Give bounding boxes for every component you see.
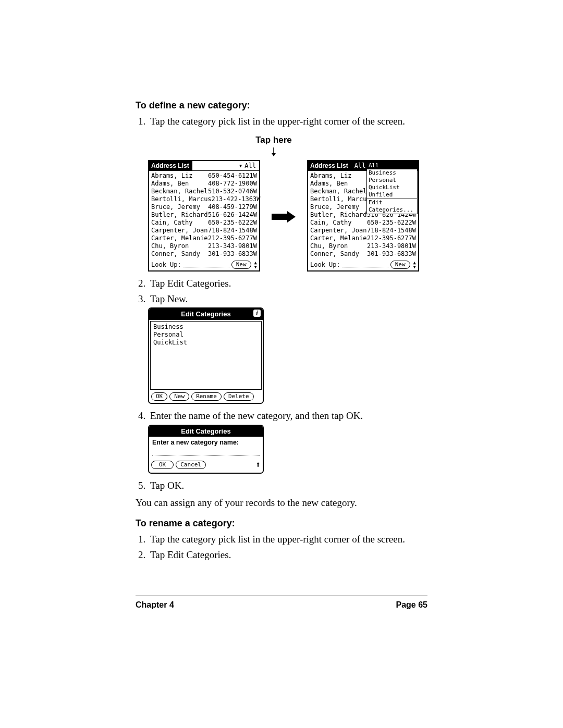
define-step-5: Tap OK. xyxy=(148,479,427,492)
svg-marker-1 xyxy=(272,153,276,156)
list-item: Carter, Melanie212-395-6277W xyxy=(151,235,257,242)
category-menu-item[interactable]: All xyxy=(367,162,417,169)
new-contact-button[interactable]: New xyxy=(231,261,251,269)
lookup-input[interactable] xyxy=(342,262,388,267)
category-picklist[interactable]: ▾ All xyxy=(192,161,259,170)
svg-marker-2 xyxy=(272,211,296,223)
lookup-label: Look Up: xyxy=(151,261,181,269)
info-icon[interactable]: i xyxy=(253,310,261,317)
list-item: Abrams, Liz650-454-6121W xyxy=(151,172,257,180)
delete-button[interactable]: Delete xyxy=(224,392,254,401)
category-item[interactable]: QuickList xyxy=(153,339,259,347)
arrow-down-icon xyxy=(271,147,277,157)
ok-button[interactable]: OK xyxy=(151,461,174,469)
figure-address-list-pair: Address List ▾ All Abrams, Liz650-454-61… xyxy=(136,160,427,272)
list-item: Cain, Cathy650-235-6222W xyxy=(151,219,257,227)
dialog-title: Edit Categories xyxy=(181,310,230,319)
lookup-input[interactable] xyxy=(183,262,229,267)
scroll-arrows-icon[interactable]: ▲▼ xyxy=(413,261,416,269)
address-list-title: Address List xyxy=(149,161,192,170)
list-item: Adams, Ben408-772-1900W xyxy=(151,180,257,188)
lookup-label: Look Up: xyxy=(310,261,340,269)
category-item[interactable]: Business xyxy=(153,323,259,331)
list-item: Carter, Melanie212-395-6277W xyxy=(310,235,416,242)
list-item: Chu, Byron213-343-9801W xyxy=(310,242,416,250)
list-item: Carpenter, Joan718-824-1548W xyxy=(310,227,416,235)
page-footer: Chapter 4 Page 65 xyxy=(136,596,427,611)
heading-define-category: To define a new category: xyxy=(136,99,427,112)
dialog-prompt: Enter a new category name: xyxy=(152,439,260,447)
category-list: Business Personal QuickList xyxy=(150,321,262,390)
rename-step-2: Tap Edit Categories. xyxy=(148,548,427,562)
tap-here-label: Tap here xyxy=(214,134,334,157)
category-item[interactable]: Personal xyxy=(153,331,259,339)
palm-address-list-right: Address List All All Business Personal Q… xyxy=(307,160,419,272)
category-menu-edit[interactable]: Edit Categories... xyxy=(367,199,417,214)
rename-button[interactable]: Rename xyxy=(191,392,222,401)
define-step-3: Tap New. xyxy=(148,292,427,306)
cancel-button[interactable]: Cancel xyxy=(176,461,206,469)
list-item: Butler, Richard516-626-1424W xyxy=(151,211,257,219)
define-step-1: Tap the category pick list in the upper-… xyxy=(148,115,427,128)
shift-icon: ⬆ xyxy=(255,459,261,471)
heading-rename-category: To rename a category: xyxy=(136,517,427,529)
list-item: Bruce, Jeremy408-459-1279W xyxy=(151,203,257,211)
list-item: Conner, Sandy301-933-6833W xyxy=(310,250,416,258)
list-item: Chu, Byron213-343-9801W xyxy=(151,242,257,250)
category-menu: All Business Personal QuickList Unfiled … xyxy=(366,162,418,214)
new-contact-button[interactable]: New xyxy=(390,261,410,269)
list-item: Carpenter, Joan718-824-1548W xyxy=(151,227,257,235)
footer-page: Page 65 xyxy=(396,599,427,611)
list-item: Beckman, Rachel510-532-0746W xyxy=(151,188,257,195)
arrow-right-icon xyxy=(272,206,296,226)
new-category-dialog: Edit Categories Enter a new category nam… xyxy=(148,425,264,474)
new-button[interactable]: New xyxy=(169,392,189,401)
category-menu-item[interactable]: Business xyxy=(367,169,417,177)
footer-chapter: Chapter 4 xyxy=(136,599,174,611)
category-menu-item[interactable]: Personal xyxy=(367,177,417,184)
address-list-title: Address List xyxy=(308,161,351,170)
define-step-2: Tap Edit Categories. xyxy=(148,277,427,290)
rename-step-1: Tap the category pick list in the upper-… xyxy=(148,533,427,546)
list-item: Cain, Cathy650-235-6222W xyxy=(310,219,416,227)
edit-categories-dialog: Edit Categories i Business Personal Quic… xyxy=(148,307,264,404)
list-item: Conner, Sandy301-933-6833W xyxy=(151,250,257,258)
dropdown-icon: ▾ xyxy=(239,162,242,170)
post-define-paragraph: You can assign any of your records to th… xyxy=(136,496,427,510)
category-name-input[interactable] xyxy=(152,449,260,455)
category-menu-item[interactable]: QuickList xyxy=(367,184,417,191)
contact-list: Abrams, Liz650-454-6121W Adams, Ben408-7… xyxy=(149,171,259,259)
define-step-4: Enter the name of the new category, and … xyxy=(148,409,427,423)
ok-button[interactable]: OK xyxy=(151,392,167,401)
dialog-title: Edit Categories xyxy=(181,427,230,436)
palm-address-list-left: Address List ▾ All Abrams, Liz650-454-61… xyxy=(148,160,260,272)
scroll-arrows-icon[interactable]: ▲▼ xyxy=(254,261,257,269)
list-item: Bertolli, Marcus213-422-1363W xyxy=(151,195,257,203)
category-menu-item[interactable]: Unfiled xyxy=(367,191,417,199)
